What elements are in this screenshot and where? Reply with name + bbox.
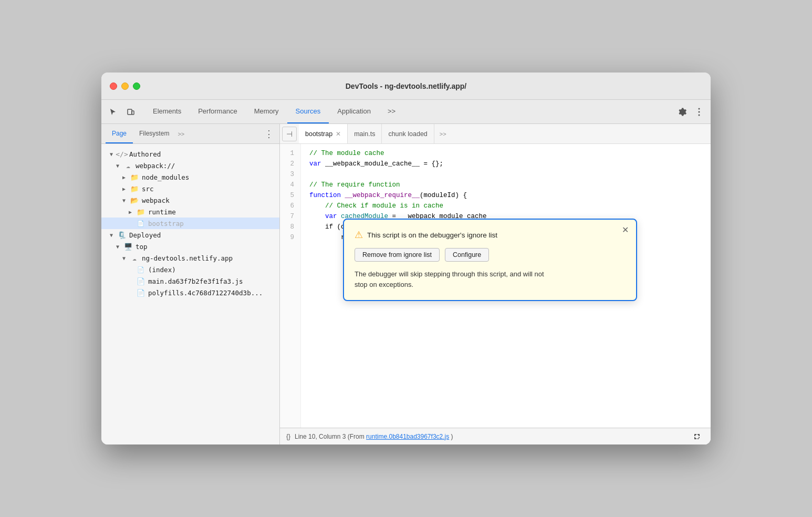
title-bar: DevTools - ng-devtools.netlify.app/ [101,73,711,100]
popup-buttons: Remove from ignore list Configure [355,248,626,262]
editor-tab-bootstrap-label: bootstrap [305,130,332,138]
file-icon-bootstrap: 📄 [136,219,145,228]
popup-description: The debugger will skip stepping through … [355,269,626,289]
code-line-6: // Check if module is in cache [309,201,702,211]
editor-collapse-btn[interactable]: ⊣ [282,127,297,141]
line-num-2: 2 [286,159,294,169]
tree-node-modules[interactable]: 📁 node_modules [101,171,279,183]
svg-rect-0 [128,109,132,115]
line-num-9: 9 [286,232,294,243]
cursor-icon[interactable] [106,105,120,119]
container-icon: 🖥️ [123,242,133,251]
code-brackets-icon: </> [117,150,127,158]
tree-arrow-webpack [116,163,123,169]
status-braces-icon[interactable]: {} [286,433,290,440]
file-tree: </> Authored ☁ webpack:// 📁 node_modules [101,144,279,444]
settings-icon[interactable] [675,105,690,119]
code-line-5: function __webpack_require__(moduleId) { [309,190,702,201]
tree-webpack-cloud[interactable]: ☁ webpack:// [101,160,279,171]
folder-icon-runtime: 📁 [136,208,145,216]
tree-src[interactable]: 📁 src [101,183,279,194]
tree-ng-devtools[interactable]: ☁ ng-devtools.netlify.app [101,252,279,264]
line-num-5: 5 [286,190,294,201]
tree-label-deployed: Deployed [129,231,161,239]
main-tab-list: Elements Performance Memory Sources Appl… [144,100,671,123]
file-icon-main-js: 📄 [136,277,145,285]
folder-icon-node-modules: 📁 [130,173,139,181]
svg-point-4 [699,114,700,116]
maximize-button[interactable] [133,82,140,90]
tree-label-ng-devtools: ng-devtools.netlify.app [142,254,233,262]
tree-polyfills[interactable]: 📄 polyfills.4c768d7122740d3b... [101,287,279,298]
editor-tab-chunk[interactable]: chunk loaded [382,124,434,143]
tab-application[interactable]: Application [329,100,379,123]
status-source-link[interactable]: runtime.0b841bad3967f3c2.js [366,433,449,440]
more-menu-icon[interactable] [692,105,706,119]
svg-rect-1 [132,111,134,115]
tree-label-authored: Authored [129,150,161,158]
tree-main-js[interactable]: 📄 main.da63f7b2fe3f1fa3.js [101,275,279,287]
tree-label-polyfills: polyfills.4c768d7122740d3b... [148,289,263,297]
status-bar: {} Line 10, Column 3 (From runtime.0b841… [280,428,711,444]
tree-label-src: src [142,185,154,193]
sidebar: Page Filesystem >> ⋮ </> Authored ☁ webp… [101,124,280,444]
tree-arrow-deployed [110,232,117,238]
editor-tab-more[interactable]: >> [436,131,450,137]
tree-label-node-modules: node_modules [142,173,189,181]
tree-arrow-runtime [129,209,136,215]
status-from-text: (From [348,433,365,440]
tree-authored[interactable]: </> Authored [101,148,279,160]
tree-label-index: (index) [148,266,176,274]
code-line-3 [309,169,702,180]
status-link-end: ) [451,433,453,440]
tab-memory[interactable]: Memory [246,100,287,123]
status-position: Line 10, Column 3 (From runtime.0b841bad… [295,433,453,440]
tab-performance[interactable]: Performance [190,100,245,123]
tree-runtime[interactable]: 📁 runtime [101,206,279,218]
editor-tabs: ⊣ bootstrap ✕ main.ts chunk loaded >> [280,124,711,144]
tree-deployed[interactable]: 🗜️ Deployed [101,229,279,241]
editor-tab-bootstrap[interactable]: bootstrap ✕ [299,124,348,143]
popup-header: ⚠ This script is on the debugger's ignor… [355,229,626,241]
tree-bootstrap[interactable]: 📄 bootstrap [101,218,279,229]
main-area: Page Filesystem >> ⋮ </> Authored ☁ webp… [101,124,711,444]
popup-close-button[interactable]: ✕ [622,226,629,234]
tab-sources[interactable]: Sources [287,100,329,123]
window-title: DevTools - ng-devtools.netlify.app/ [346,82,467,90]
sidebar-tab-filesystem[interactable]: Filesystem [133,124,175,143]
line-num-7: 7 [286,211,294,222]
configure-button[interactable]: Configure [445,248,489,262]
close-button[interactable] [110,82,117,90]
tree-arrow-top [116,244,123,250]
editor-tab-main-ts[interactable]: main.ts [348,124,382,143]
sidebar-tab-page[interactable]: Page [106,124,133,143]
tree-arrow-node-modules [122,174,130,180]
minimize-button[interactable] [121,82,129,90]
sidebar-tabs: Page Filesystem >> ⋮ [101,124,279,144]
tab-elements[interactable]: Elements [144,100,190,123]
tree-webpack-folder[interactable]: 📂 webpack [101,194,279,206]
remove-from-ignore-list-button[interactable]: Remove from ignore list [355,248,440,262]
svg-point-2 [699,108,700,109]
line-num-4: 4 [286,180,294,190]
code-line-1: // The module cache [309,148,702,159]
folder-icon-src: 📁 [130,184,139,193]
status-expand-icon[interactable] [690,429,704,444]
tab-more[interactable]: >> [379,100,404,123]
devtools-window: DevTools - ng-devtools.netlify.app/ Elem… [101,73,711,444]
tree-label-webpack-folder: webpack [142,197,170,204]
editor-tab-bootstrap-close[interactable]: ✕ [336,130,341,138]
editor-area: ⊣ bootstrap ✕ main.ts chunk loaded >> 1 … [280,124,711,444]
tree-label-webpack: webpack:// [136,162,175,170]
sidebar-tab-more[interactable]: >> [178,131,184,137]
folder-icon-webpack: 📂 [130,196,139,204]
svg-point-3 [699,111,700,112]
tree-top[interactable]: 🖥️ top [101,241,279,252]
main-tabs-bar: Elements Performance Memory Sources Appl… [101,100,711,124]
sidebar-menu-button[interactable]: ⋮ [263,128,275,140]
device-icon[interactable] [123,105,138,119]
line-num-8: 8 [286,222,294,232]
warning-icon: ⚠ [355,229,363,241]
line-num-1: 1 [286,148,294,159]
tree-index[interactable]: 📄 (index) [101,264,279,275]
